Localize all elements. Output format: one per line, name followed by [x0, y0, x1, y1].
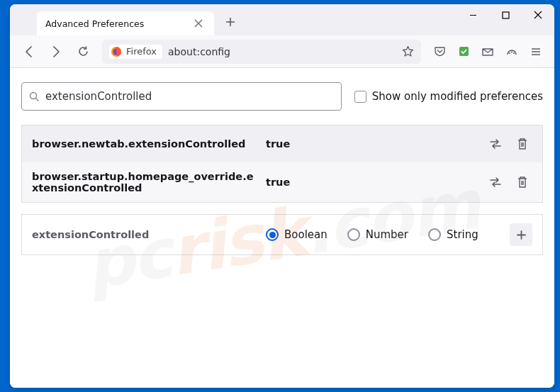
svg-point-5 [511, 51, 513, 52]
show-modified-checkbox[interactable] [354, 91, 366, 103]
titlebar: Advanced Preferences [10, 4, 554, 35]
extension-icon[interactable] [452, 40, 475, 64]
forward-button[interactable] [44, 40, 68, 64]
window-controls [457, 4, 554, 26]
svg-point-4 [509, 52, 510, 54]
pref-value: true [266, 138, 486, 150]
bookmark-star-icon[interactable] [402, 45, 414, 57]
browser-window: Advanced Preferences Firefox about:confi [10, 4, 554, 388]
search-row: Show only modified preferences [21, 82, 543, 111]
radio-boolean[interactable]: Boolean [266, 228, 327, 241]
account-icon[interactable] [500, 40, 523, 64]
svg-point-6 [513, 52, 515, 54]
search-icon [29, 91, 40, 102]
radio-label: String [447, 228, 478, 241]
type-radio-group: Boolean Number String [266, 228, 503, 241]
show-modified-checkbox-wrap: Show only modified preferences [354, 90, 543, 103]
mail-icon[interactable] [476, 40, 499, 64]
close-tab-button[interactable] [191, 16, 206, 30]
search-input[interactable] [45, 90, 334, 103]
radio-label: Number [366, 228, 408, 241]
new-pref-name: extensionControlled [32, 229, 266, 240]
add-pref-button[interactable] [510, 223, 532, 246]
search-box[interactable] [21, 82, 342, 111]
pref-actions [486, 172, 532, 192]
close-window-button[interactable] [522, 4, 554, 26]
minimize-button[interactable] [457, 4, 489, 26]
radio-label: Boolean [284, 228, 327, 241]
pref-row: browser.startup.homepage_override.extens… [22, 162, 542, 202]
pref-value: true [266, 177, 486, 188]
radio-number[interactable]: Number [347, 228, 408, 241]
url-text: about:config [168, 46, 402, 57]
toolbar-right [428, 40, 547, 64]
page-content: pcrisk.com Show only modified preference… [10, 68, 554, 388]
toggle-button[interactable] [486, 172, 505, 192]
toggle-button[interactable] [486, 134, 505, 154]
pref-name: browser.newtab.extensionControlled [32, 138, 266, 150]
delete-button[interactable] [513, 134, 532, 154]
radio-input[interactable] [428, 228, 441, 241]
new-tab-button[interactable] [220, 11, 241, 33]
pref-name: browser.startup.homepage_override.extens… [32, 171, 266, 194]
pocket-icon[interactable] [428, 40, 451, 64]
tab-title: Advanced Preferences [45, 18, 144, 29]
navigation-toolbar: Firefox about:config [10, 35, 554, 68]
svg-point-7 [30, 92, 37, 99]
radio-string[interactable]: String [428, 228, 478, 241]
firefox-icon [111, 46, 122, 57]
identity-label: Firefox [126, 46, 157, 57]
radio-input[interactable] [347, 228, 360, 241]
new-pref-row: extensionControlled Boolean Number Strin… [21, 214, 543, 255]
preferences-table: browser.newtab.extensionControlled true … [21, 125, 543, 203]
pref-row: browser.newtab.extensionControlled true [22, 125, 542, 162]
svg-rect-3 [459, 47, 469, 56]
maximize-button[interactable] [489, 4, 522, 26]
svg-rect-0 [503, 12, 509, 18]
reload-button[interactable] [71, 40, 95, 64]
delete-button[interactable] [513, 172, 532, 192]
menu-button[interactable] [525, 40, 547, 64]
back-button[interactable] [17, 40, 41, 64]
url-bar[interactable]: Firefox about:config [102, 40, 421, 64]
show-modified-label: Show only modified preferences [372, 90, 543, 103]
pref-actions [486, 134, 532, 154]
browser-tab[interactable]: Advanced Preferences [37, 11, 214, 35]
identity-box[interactable]: Firefox [109, 45, 162, 59]
radio-input[interactable] [266, 228, 279, 241]
